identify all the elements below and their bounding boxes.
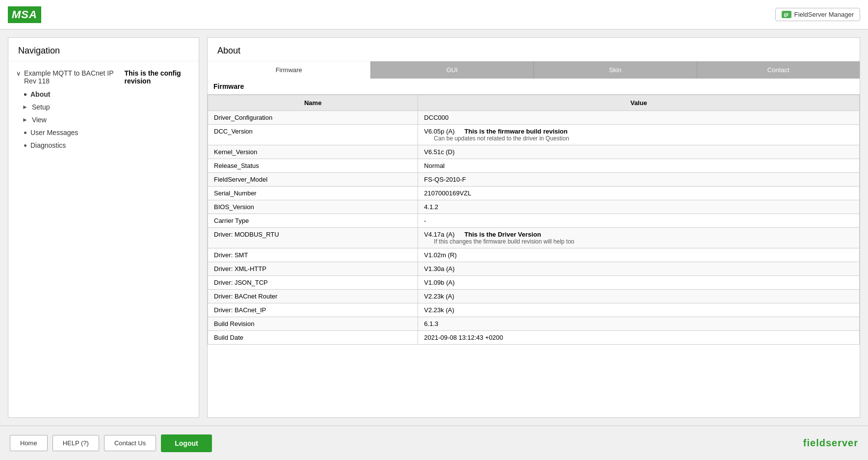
sidebar-item-setup[interactable]: ► Setup (8, 101, 199, 113)
home-button[interactable]: Home (10, 435, 48, 451)
dot-icon (24, 132, 26, 134)
help-button[interactable]: HELP (?) (53, 435, 99, 451)
cell-annotation: This is the Driver Version (465, 231, 541, 238)
logout-button[interactable]: Logout (161, 434, 211, 452)
cell-value-text: V2.23k (A) (424, 293, 454, 300)
firmware-table-area: Firmware Name Value Driver_Configuration… (208, 79, 860, 417)
cell-name: Driver_Configuration (208, 111, 418, 125)
cell-annotation-sub: If this changes the firmware build revis… (434, 238, 853, 245)
tab-skin[interactable]: Skin (534, 61, 697, 79)
cell-value: V6.51c (D) (418, 145, 860, 159)
sidebar: Navigation ∨ Example MQTT to BACnet IP R… (8, 37, 199, 418)
tab-firmware[interactable]: Firmware (208, 61, 371, 79)
cell-value: V6.05p (A)This is the firmware build rev… (418, 125, 860, 145)
cell-value: V2.23k (A) (418, 290, 860, 303)
cell-value: FS-QS-2010-F (418, 173, 860, 187)
sidebar-item-diagnostics[interactable]: Diagnostics (8, 139, 199, 152)
table-row: Driver: BACnet RouterV2.23k (A) (208, 290, 860, 303)
table-row: Driver: MODBUS_RTUV4.17a (A)This is the … (208, 228, 860, 248)
cell-name: Driver: SMT (208, 248, 418, 262)
chevron-right-icon: ► (22, 116, 28, 123)
cell-value-text: - (424, 217, 426, 224)
sidebar-item-about[interactable]: About (8, 88, 199, 101)
sidebar-setup-label: Setup (32, 103, 50, 111)
table-row: BIOS_Version4.1.2 (208, 200, 860, 214)
sidebar-usermessages-label: User Messages (30, 129, 78, 136)
cell-name: Build Revision (208, 317, 418, 331)
cell-name: Serial_Number (208, 187, 418, 200)
cell-value-text: 2107000169VZL (424, 189, 471, 197)
cell-value: 2107000169VZL (418, 187, 860, 200)
cell-value-text: V1.09b (A) (424, 279, 454, 286)
cell-name: Driver: BACnet_IP (208, 303, 418, 317)
col-value: Value (418, 95, 860, 111)
col-name: Name (208, 95, 418, 111)
table-row: Build Revision6.1.3 (208, 317, 860, 331)
cell-value: 6.1.3 (418, 317, 860, 331)
cell-value-text: V6.51c (D) (424, 148, 454, 156)
cell-name: Carrier Type (208, 214, 418, 228)
cell-value-text: 4.1.2 (424, 203, 438, 211)
cell-value: V1.09b (A) (418, 276, 860, 290)
cell-value: - (418, 214, 860, 228)
table-row: DCC_VersionV6.05p (A)This is the firmwar… (208, 125, 860, 145)
section-label: Firmware (208, 79, 860, 95)
table-row: Driver_ConfigurationDCC000 (208, 111, 860, 125)
table-row: Driver: JSON_TCPV1.09b (A) (208, 276, 860, 290)
cell-value: DCC000 (418, 111, 860, 125)
cell-value-text: 2021-09-08 13:12:43 +0200 (424, 334, 503, 341)
table-row: Build Date2021-09-08 13:12:43 +0200 (208, 331, 860, 345)
fieldserver-manager-label: FieldServer Manager (794, 11, 854, 18)
gr-icon: gr (782, 11, 791, 18)
cell-annotation: This is the firmware build revision (465, 128, 568, 135)
cell-name: Kernel_Version (208, 145, 418, 159)
nav-root-label: Example MQTT to BACnet IP Rev 118 (24, 69, 119, 85)
cell-value-text: 6.1.3 (424, 320, 438, 327)
tab-gui[interactable]: GUI (371, 61, 534, 79)
sidebar-diagnostics-label: Diagnostics (30, 141, 66, 149)
cell-name: Driver: XML-HTTP (208, 262, 418, 276)
footer-right: fieldserver (803, 437, 858, 449)
table-row: Driver: XML-HTTPV1.30a (A) (208, 262, 860, 276)
chevron-down-icon: ∨ (16, 70, 21, 77)
header: MSA gr FieldServer Manager (0, 0, 868, 29)
tab-contact[interactable]: Contact (697, 61, 860, 79)
sidebar-item-user-messages[interactable]: User Messages (8, 126, 199, 139)
dot-icon (24, 93, 26, 96)
sidebar-about-label: About (30, 90, 50, 98)
main-area: Navigation ∨ Example MQTT to BACnet IP R… (0, 29, 868, 426)
cell-name: Driver: BACnet Router (208, 290, 418, 303)
sidebar-item-view[interactable]: ► View (8, 113, 199, 126)
content-title: About (208, 38, 860, 61)
firmware-table: Name Value Driver_ConfigurationDCC000DCC… (208, 95, 860, 345)
table-row: Driver: SMTV1.02m (R) (208, 248, 860, 262)
sidebar-title: Navigation (8, 38, 199, 61)
table-row: Release_StatusNormal (208, 159, 860, 173)
cell-value: Normal (418, 159, 860, 173)
cell-value: 4.1.2 (418, 200, 860, 214)
cell-annotation-sub: Can be updates not related to the driver… (434, 135, 853, 142)
nav-list: ∨ Example MQTT to BACnet IP Rev 118 This… (8, 61, 199, 157)
fieldserver-logo: fieldserver (803, 437, 858, 448)
cell-value: V4.17a (A)This is the Driver VersionIf t… (418, 228, 860, 248)
cell-value-text: Normal (424, 162, 445, 169)
table-row: Carrier Type- (208, 214, 860, 228)
chevron-right-icon: ► (22, 104, 28, 110)
nav-item-root[interactable]: ∨ Example MQTT to BACnet IP Rev 118 This… (8, 66, 199, 88)
contact-us-button[interactable]: Contact Us (104, 435, 156, 451)
cell-name: Release_Status (208, 159, 418, 173)
cell-value: V2.23k (A) (418, 303, 860, 317)
fieldserver-manager-button[interactable]: gr FieldServer Manager (775, 8, 860, 21)
cell-value: 2021-09-08 13:12:43 +0200 (418, 331, 860, 345)
dot-icon (24, 144, 26, 147)
cell-value-text: DCC000 (424, 114, 448, 121)
footer: Home HELP (?) Contact Us Logout fieldser… (0, 426, 868, 460)
cell-name: Driver: JSON_TCP (208, 276, 418, 290)
table-row: Kernel_VersionV6.51c (D) (208, 145, 860, 159)
cell-value-text: V4.17a (A) (424, 231, 454, 238)
cell-name: Build Date (208, 331, 418, 345)
msa-logo: MSA (8, 6, 41, 23)
nav-root-tooltip: This is the config revision (125, 69, 193, 85)
table-row: Serial_Number2107000169VZL (208, 187, 860, 200)
table-row: FieldServer_ModelFS-QS-2010-F (208, 173, 860, 187)
